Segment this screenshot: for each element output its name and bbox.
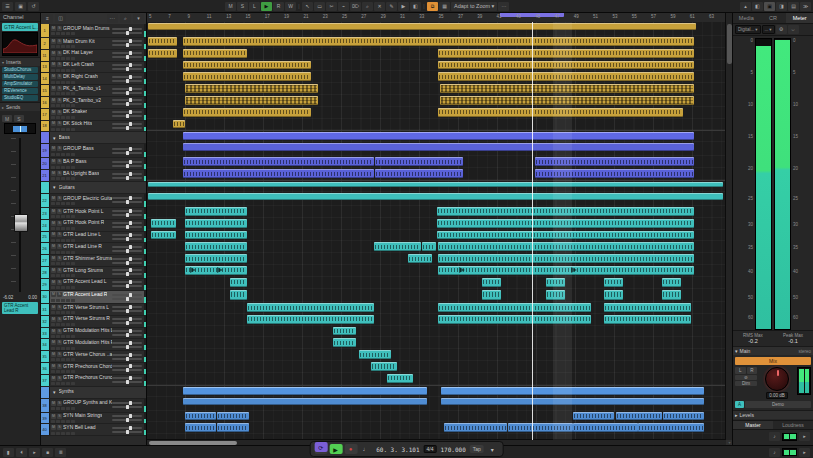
solo-button[interactable]: S bbox=[57, 159, 62, 164]
track-mini-button[interactable] bbox=[51, 382, 55, 385]
mute-button[interactable]: M bbox=[51, 146, 56, 151]
track-mini-button[interactable] bbox=[71, 45, 75, 48]
track-row[interactable]: 31MSGTR Verse Strums L bbox=[40, 304, 146, 316]
track-mini-button[interactable] bbox=[66, 286, 70, 289]
track-mini-button[interactable] bbox=[66, 166, 70, 169]
track-mini-button[interactable] bbox=[56, 299, 60, 302]
track-row[interactable]: 37MSGTR Prechorus Crunch bbox=[40, 375, 146, 387]
track-mini-button[interactable] bbox=[61, 81, 65, 84]
audio-event[interactable] bbox=[183, 157, 374, 166]
track-mini-button[interactable] bbox=[66, 299, 70, 302]
mute-button[interactable]: M bbox=[51, 171, 56, 176]
track-row[interactable]: 1MSGROUP Main Drums bbox=[40, 24, 146, 38]
track-mini-button[interactable] bbox=[71, 202, 75, 205]
track-row[interactable]: 13MSDK Left Crash bbox=[40, 62, 146, 74]
track-row[interactable]: 21MSBA Upright Bass bbox=[40, 170, 146, 182]
transport-options-icon[interactable]: ▾ bbox=[486, 444, 499, 454]
mute-button[interactable]: M bbox=[51, 256, 56, 261]
expand-icon[interactable]: ▸ bbox=[799, 432, 810, 441]
left-zone-icon[interactable]: ◧ bbox=[752, 2, 763, 11]
mute-button[interactable]: M bbox=[51, 305, 56, 310]
play-button[interactable]: ▶ bbox=[329, 444, 342, 454]
track-mini-button[interactable] bbox=[66, 432, 70, 435]
audio-event[interactable] bbox=[422, 242, 436, 251]
lower-zone-icon[interactable]: ▣ bbox=[764, 2, 775, 11]
track-row[interactable]: 19MSGROUP Bass bbox=[40, 144, 146, 158]
track-mini-button[interactable] bbox=[66, 370, 70, 373]
solo-button[interactable]: S bbox=[57, 98, 62, 103]
solo-button[interactable]: S bbox=[57, 51, 62, 56]
track-mini-button[interactable] bbox=[61, 166, 65, 169]
solo-button[interactable]: S bbox=[57, 401, 62, 406]
peak-max-value[interactable]: -0.1 bbox=[773, 338, 813, 344]
pan-slider[interactable] bbox=[112, 68, 142, 70]
solo-button[interactable]: S bbox=[57, 340, 62, 345]
volume-slider[interactable] bbox=[112, 148, 142, 150]
solo-button[interactable]: S bbox=[57, 317, 62, 322]
deactivate-solo-icon[interactable]: S bbox=[237, 2, 248, 11]
track-mini-button[interactable] bbox=[71, 358, 75, 361]
pan-control[interactable] bbox=[4, 123, 36, 134]
audio-event[interactable] bbox=[604, 290, 623, 301]
mute-button[interactable]: M bbox=[51, 121, 56, 126]
track-mini-button[interactable] bbox=[66, 311, 70, 314]
read-automation-icon[interactable]: R bbox=[273, 2, 284, 11]
track-row[interactable]: 20MSBA P Bass bbox=[40, 158, 146, 170]
volume-slider[interactable] bbox=[112, 64, 142, 66]
audio-event[interactable] bbox=[663, 412, 704, 421]
audio-event[interactable] bbox=[662, 278, 681, 287]
pan-slider[interactable] bbox=[112, 238, 142, 240]
adapt-to-zoom-dropdown[interactable]: Adapt to Zoom ▾ bbox=[451, 2, 497, 11]
track-mini-button[interactable] bbox=[61, 177, 65, 180]
audio-event[interactable] bbox=[185, 207, 247, 216]
audio-event[interactable] bbox=[359, 350, 390, 359]
track-mini-button[interactable] bbox=[66, 104, 70, 107]
track-mini-button[interactable] bbox=[56, 420, 60, 423]
mute-button[interactable]: M bbox=[51, 26, 56, 31]
mute-button[interactable]: M bbox=[51, 39, 56, 44]
history-icon[interactable]: ↺ bbox=[28, 2, 39, 11]
audio-event[interactable] bbox=[183, 132, 694, 140]
track-mini-button[interactable] bbox=[71, 69, 75, 72]
pan-slider[interactable] bbox=[112, 322, 142, 324]
inspector-tab-channel[interactable]: Channel bbox=[0, 12, 40, 22]
quantize-menu-icon[interactable]: ⋯ bbox=[498, 2, 509, 11]
solo-button[interactable]: S bbox=[57, 280, 62, 285]
deactivate-mute-icon[interactable]: M bbox=[225, 2, 236, 11]
audio-event[interactable] bbox=[183, 387, 427, 395]
mute-button[interactable]: M bbox=[51, 401, 56, 406]
audio-event[interactable] bbox=[185, 231, 247, 240]
audio-event[interactable] bbox=[333, 327, 356, 336]
audio-event[interactable] bbox=[148, 37, 178, 46]
track-mini-button[interactable] bbox=[51, 432, 55, 435]
track-mini-button[interactable] bbox=[51, 215, 55, 218]
track-mini-button[interactable] bbox=[71, 166, 75, 169]
channel-volume-value[interactable]: -6.02 bbox=[3, 295, 13, 300]
track-mini-button[interactable] bbox=[51, 251, 55, 254]
mute-button[interactable]: M bbox=[51, 62, 56, 67]
track-mini-button[interactable] bbox=[66, 407, 70, 410]
track-mini-button[interactable] bbox=[51, 347, 55, 350]
solo-button[interactable]: S bbox=[57, 86, 62, 91]
track-row[interactable]: 38MSGROUP Synths and Keys bbox=[40, 399, 146, 413]
audio-event[interactable] bbox=[662, 290, 681, 301]
track-mini-button[interactable] bbox=[71, 81, 75, 84]
audio-event[interactable] bbox=[148, 49, 178, 58]
track-mini-button[interactable] bbox=[71, 286, 75, 289]
track-mini-button[interactable] bbox=[71, 432, 75, 435]
glue-tool-icon[interactable]: ⌁ bbox=[338, 2, 349, 11]
mute-button[interactable]: M bbox=[51, 51, 56, 56]
track-mini-button[interactable] bbox=[71, 335, 75, 338]
track-mini-button[interactable] bbox=[71, 274, 75, 277]
meter-mode-dropdown[interactable]: ...▾ bbox=[762, 25, 775, 34]
mute-button[interactable]: M bbox=[51, 159, 56, 164]
volume-slider[interactable] bbox=[112, 281, 142, 283]
record-button[interactable]: ● bbox=[344, 444, 357, 454]
track-mini-button[interactable] bbox=[61, 323, 65, 326]
track-mini-button[interactable] bbox=[51, 286, 55, 289]
track-row[interactable]: 16MSPK_3_Tambo_v2 bbox=[40, 97, 146, 109]
track-mini-button[interactable] bbox=[61, 370, 65, 373]
audio-event[interactable] bbox=[638, 423, 704, 432]
audio-event[interactable] bbox=[604, 278, 623, 287]
mute-button[interactable]: M bbox=[51, 280, 56, 285]
